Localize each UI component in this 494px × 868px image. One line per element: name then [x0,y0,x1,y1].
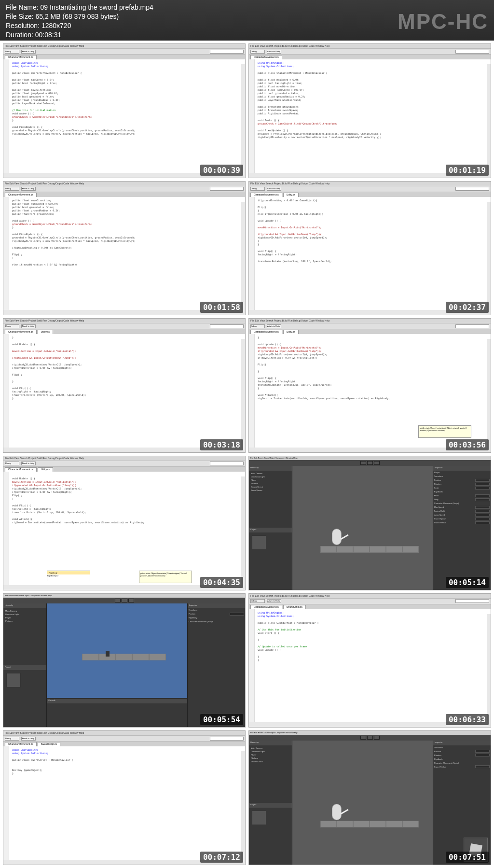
inspector-panel[interactable]: Inspector Player Transform Position Rota… [433,466,491,590]
code-editor[interactable]: void Update () { moveDirection = Input.G… [3,472,245,585]
attach-button[interactable]: Attach to Unity [267,599,281,603]
tab-file[interactable]: CharacterMovement.cs [250,55,282,59]
scrollbar-vertical[interactable] [241,202,245,310]
hier-item[interactable]: Directional Light [250,750,291,753]
hierarchy-panel[interactable]: Hierarchy Main Camera Directional Light … [249,741,292,865]
solution-search[interactable] [210,50,244,54]
platform[interactable] [320,821,418,827]
facing-field[interactable] [475,510,490,513]
thumbnail-1[interactable]: File Edit View Search Project Build Run … [3,43,246,178]
tab-file[interactable]: CharacterMovement.cs [250,193,282,197]
project-panel[interactable] [3,670,46,727]
scale-field[interactable] [475,487,490,490]
inspector-panel[interactable]: Inspector Transform Position Rigidbody C… [187,603,245,728]
scrollbar-vertical[interactable] [487,339,491,448]
player-capsule[interactable] [332,529,342,545]
thumbnail-3[interactable]: File Edit View Search Project Build Run … [3,181,246,316]
attach-button[interactable]: Attach to Unity [267,324,281,328]
thumbnail-5[interactable]: File Edit View Search Project Build Run … [3,318,246,453]
debug-dropdown[interactable]: Debug [250,50,265,54]
platform[interactable] [320,546,418,553]
pos-field[interactable] [230,613,244,616]
attach-button[interactable]: Attach to Unity [267,187,281,191]
tab-file[interactable]: CharacterMovement.cs [250,605,282,609]
solution-search[interactable] [210,737,244,741]
asset-item[interactable] [252,811,266,825]
debug-dropdown[interactable]: Debug [250,187,265,191]
project-panel[interactable] [249,808,292,865]
solution-search[interactable] [210,187,244,191]
tab-file-sword[interactable]: SwordScript.cs [38,742,60,746]
console-panel[interactable]: Console [47,698,187,727]
maxspeed-field[interactable] [475,506,490,509]
hier-item[interactable]: Main Camera [250,472,291,475]
code-editor[interactable]: } void Update () { moveDirection = Input… [3,334,245,448]
rot-field[interactable] [475,483,490,486]
hier-item[interactable]: Player [250,478,291,482]
thumbnail-11[interactable]: File Edit View Search Project Build Run … [3,730,246,865]
thumbnail-2[interactable]: File Edit View Search Project Build Run … [248,43,491,178]
code-editor[interactable]: using UnityEngine; using System.Collecti… [249,609,491,723]
attach-button[interactable]: Attach to Unity [21,737,36,741]
sword-gizmo[interactable] [340,534,348,540]
mass-field[interactable] [475,494,490,497]
ide-menubar[interactable]: File Edit View Search Project Build Run … [249,319,491,323]
drag-field[interactable] [475,498,490,501]
scrollbar-vertical[interactable] [241,751,245,860]
asset-item[interactable] [252,535,266,550]
hier-item[interactable]: Main Camera [4,609,45,613]
solution-search[interactable] [210,462,244,465]
tab-file[interactable]: CharacterMovement.cs [5,330,37,334]
hier-item[interactable]: GroundCheck [250,760,291,763]
solution-search[interactable] [455,187,489,191]
hier-item[interactable]: Platform [4,619,45,623]
hier-item[interactable]: Player [4,616,45,619]
player-capsule[interactable] [332,804,342,820]
tab-file[interactable]: CharacterMovement.cs [250,330,282,334]
debug-dropdown[interactable]: Debug [250,599,265,603]
hier-item[interactable]: SwordSpawn [250,489,291,492]
step-button[interactable] [128,599,134,602]
code-editor[interactable]: using UnityEngine; using System.Collecti… [249,59,491,173]
pause-button[interactable] [122,599,127,602]
autocomplete-popup[interactable]: Rigidbody Rigidbody2D [47,571,90,581]
pos-field[interactable] [475,750,490,753]
scrollbar-vertical[interactable] [487,64,491,173]
scene-view[interactable] [292,466,433,590]
code-editor[interactable]: if(groundBreaking > 0.00f as GameObject)… [249,197,491,310]
attach-button[interactable]: Attach to Unity [21,187,36,191]
pause-button[interactable] [367,461,373,465]
thumbnail-9[interactable]: File Edit Assets GameObject Component Wi… [3,593,246,728]
ide-menubar[interactable]: File Edit View Search Project Build Run … [249,594,491,599]
hier-item[interactable]: Platform [250,482,291,485]
scrollbar-vertical[interactable] [241,476,245,585]
solution-search[interactable] [455,599,489,603]
thumbnail-4[interactable]: File Edit View Search Project Build Run … [248,181,491,316]
hier-item[interactable]: Directional Light [4,613,45,616]
ide-menubar[interactable]: File Edit View Search Project Build Run … [3,44,245,49]
hierarchy-panel[interactable]: Hierarchy Main Camera Directional Light … [3,603,47,728]
sword-gizmo[interactable] [340,809,348,815]
hierarchy-panel[interactable]: Hierarchy Main Camera Directional Light … [249,466,292,590]
hier-item[interactable]: Player [250,753,291,756]
tab-file-2[interactable]: Utility.cs [38,467,53,472]
scene-view[interactable] [292,741,433,865]
step-button[interactable] [374,736,380,740]
solution-search[interactable] [455,50,489,54]
solution-search[interactable] [210,324,244,328]
unity-menubar[interactable]: File Edit Assets GameObject Component Wi… [249,456,491,460]
tab-file-2[interactable]: Utility.cs [38,330,53,334]
tab-file[interactable]: CharacterMovement.cs [5,742,37,746]
tab-file-sword[interactable]: SwordScript.cs [283,605,306,609]
debug-dropdown[interactable]: Debug [5,324,19,328]
thumbnail-6[interactable]: File Edit View Search Project Build Run … [248,318,491,453]
asset-item[interactable] [6,673,21,687]
project-panel[interactable] [249,532,292,589]
ide-menubar[interactable]: File Edit View Search Project Build Run … [249,44,491,49]
debug-dropdown[interactable]: Debug [5,737,19,741]
ide-menubar[interactable]: File Edit View Search Project Build Run … [3,182,245,186]
code-editor[interactable]: using UnityEngine; using System.Collecti… [3,59,245,173]
attach-button[interactable]: Attach to Unity [21,50,36,54]
tab-file[interactable]: CharacterMovement.cs [5,55,37,59]
tab-file[interactable]: CharacterMovement.cs [5,467,37,472]
